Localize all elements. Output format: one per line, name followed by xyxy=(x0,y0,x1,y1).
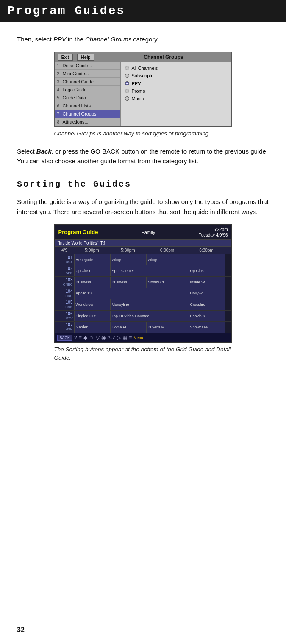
pg-nav-icon: ▽ xyxy=(96,335,100,341)
pg-eye-icon: ◉ xyxy=(101,335,106,341)
cg-caption: Channel Groups is another way to sort ty… xyxy=(54,129,232,138)
pg-row-107: 107 HSN Garden... Home Fu... Buyer's M..… xyxy=(55,322,231,333)
cg-item-groups: 7 Channel Groups xyxy=(55,110,120,118)
pg-caption: The Sorting buttons appear at the bottom… xyxy=(54,345,232,362)
pg-prog-renegade: Renegade xyxy=(74,254,110,265)
cg-radio-all: All Channels xyxy=(125,64,227,72)
pg-prog-buyers: Buyer's M... xyxy=(146,322,189,333)
cg-item-data: 5 Guide Data xyxy=(55,94,120,102)
pg-ch-105: 105 CNN xyxy=(55,299,74,310)
pg-group: Family xyxy=(142,230,155,235)
pg-list-icon: ≡ xyxy=(79,335,82,341)
pg-diamond-icon: ◆ xyxy=(83,335,87,341)
cg-top-bar: Exit Help Channel Groups xyxy=(55,52,231,62)
pg-title: Program Guide xyxy=(58,229,98,235)
pg-prog-wings1: Wings xyxy=(110,254,146,265)
pg-prog-homefu: Home Fu... xyxy=(110,322,146,333)
cg-radio-ppv: PPV xyxy=(125,80,227,87)
channel-groups-screenshot: Exit Help Channel Groups 1 Detail Guide.… xyxy=(54,52,232,138)
pg-selected-show: "Inside World Politics" [R] xyxy=(55,240,231,247)
pg-prog-wings2: Wings xyxy=(146,254,225,265)
cg-item-mini: 2 Mini-Guide... xyxy=(55,70,120,78)
pg-menu-icon2: ≡ xyxy=(129,335,132,341)
pg-ch-103: 103 CNBC xyxy=(55,277,74,288)
pg-back-button: BACK xyxy=(57,335,73,341)
pg-prog-crossfire: Crossfire xyxy=(189,299,225,310)
cg-radio-promo: Promo xyxy=(125,87,227,95)
page-number: 32 xyxy=(17,626,25,634)
pg-ch-106: 106 MTV xyxy=(55,311,74,322)
cg-right-panel: All Channels Subscriptn PPV Promo xyxy=(121,62,231,126)
pg-arrow-icon: ▷ xyxy=(117,335,121,341)
pg-prog-singled: Singled Out xyxy=(74,311,110,322)
pg-row-104: 104 HBO Apollo 13 Hollywo... xyxy=(55,288,231,300)
pg-prog-inside: Inside W... xyxy=(189,277,225,288)
pg-prog-upclose2: Up Close... xyxy=(189,265,225,276)
pg-prog-bus1: Business... xyxy=(74,277,110,288)
pg-row-103: 103 CNBC Business... Business... Money C… xyxy=(55,277,231,288)
pg-ch-101: 101 USA xyxy=(55,254,74,265)
cg-item-channel: 3 Channel Guide... xyxy=(55,78,120,86)
pg-row-101: 101 USA Renegade Wings Wings xyxy=(55,254,231,266)
program-guide-ui: Program Guide Family 5:22pm Tuesday 4/9/… xyxy=(54,224,232,343)
pg-az-icon: A-Z xyxy=(107,335,115,341)
pg-col-header: 4/9 5:00pm 5:30pm 6:00pm 6:30pm xyxy=(55,247,231,254)
back-paragraph: Select Back, or press the GO BACK button… xyxy=(17,146,269,166)
sorting-intro: Sorting the guide is a way of organizing… xyxy=(17,197,269,217)
pg-ch-107: 107 HSN xyxy=(55,322,74,333)
pg-prog-apollo: Apollo 13 xyxy=(74,288,189,299)
cg-item-lists: 6 Channel Lists xyxy=(55,102,120,110)
pg-prog-worldview: Worldview xyxy=(74,299,110,310)
cg-help-button: Help xyxy=(77,54,94,61)
program-guide-screenshot: Program Guide Family 5:22pm Tuesday 4/9/… xyxy=(54,224,232,362)
pg-prog-money: Money Cl... xyxy=(146,277,189,288)
pg-prog-beavis: Beavis &... xyxy=(189,311,225,322)
cg-radio-icon-all xyxy=(125,66,129,70)
pg-prog-showcase: Showcase xyxy=(189,322,225,333)
pg-help-icon: ? xyxy=(74,335,77,341)
pg-grid-icon: ▦ xyxy=(122,335,127,341)
cg-left-panel: 1 Detail Guide... 2 Mini-Guide... 3 Chan… xyxy=(55,62,121,126)
pg-col-6pm: 6:00pm xyxy=(146,248,189,253)
pg-prog-hollyw: Hollywo... xyxy=(189,288,225,299)
pg-col-5pm: 5:00pm xyxy=(74,248,110,253)
cg-item-attractions: 8 Attractions... xyxy=(55,118,120,126)
cg-radio-music: Music xyxy=(125,95,227,102)
cg-radio-subscr: Subscriptn xyxy=(125,72,227,80)
pg-prog-bus2: Business... xyxy=(110,277,146,288)
pg-prog-sportscenter: SportsCenter xyxy=(110,265,189,276)
cg-title: Channel Groups xyxy=(98,54,228,60)
pg-ch-104: 104 HBO xyxy=(55,288,74,299)
cg-radio-icon-subscr xyxy=(125,74,129,78)
cg-radio-icon-music xyxy=(125,96,129,101)
cg-item-logo: 4 Logo Guide... xyxy=(55,86,120,94)
pg-face-icon: ☺ xyxy=(89,335,94,341)
content-area: Then, select PPV in the Channel Groups c… xyxy=(0,22,286,387)
channel-groups-ui: Exit Help Channel Groups 1 Detail Guide.… xyxy=(54,52,232,127)
pg-prog-upclose1: Up Close xyxy=(74,265,110,276)
pg-ch-102: 102 ESPN xyxy=(55,265,74,276)
sorting-heading: Sorting the Guides xyxy=(17,179,269,189)
page-header: Program Guides xyxy=(0,0,286,22)
pg-col-530: 5:30pm xyxy=(110,248,146,253)
pg-time: 5:22pm Tuesday 4/9/96 xyxy=(199,227,228,238)
pg-prog-garden: Garden... xyxy=(74,322,110,333)
cg-exit-button: Exit xyxy=(58,54,73,61)
cg-item-detail: 1 Detail Guide... xyxy=(55,62,120,70)
pg-menu-btn: Menu xyxy=(133,336,143,340)
intro-paragraph: Then, select PPV in the Channel Groups c… xyxy=(17,34,269,44)
pg-row-105: 105 CNN Worldview Moneyline Crossfire xyxy=(55,299,231,311)
pg-prog-moneyline: Moneyline xyxy=(110,299,189,310)
cg-radio-icon-ppv xyxy=(125,81,129,85)
pg-row-106: 106 MTV Singled Out Top 10 Video Countdo… xyxy=(55,311,231,322)
page-title: Program Guides xyxy=(8,4,278,17)
pg-prog-top10: Top 10 Video Countdo... xyxy=(110,311,189,322)
cg-radio-icon-promo xyxy=(125,89,129,93)
pg-row-102: 102 ESPN Up Close SportsCenter Up Close.… xyxy=(55,265,231,277)
pg-bottom-bar: BACK ? ≡ ◆ ☺ ▽ ◉ A-Z ▷ ▦ ≡ Menu xyxy=(55,333,231,342)
cg-body: 1 Detail Guide... 2 Mini-Guide... 3 Chan… xyxy=(55,62,231,126)
pg-col-630: 6:30pm xyxy=(189,248,225,253)
pg-header: Program Guide Family 5:22pm Tuesday 4/9/… xyxy=(55,225,231,240)
pg-col-date: 4/9 xyxy=(55,248,74,253)
